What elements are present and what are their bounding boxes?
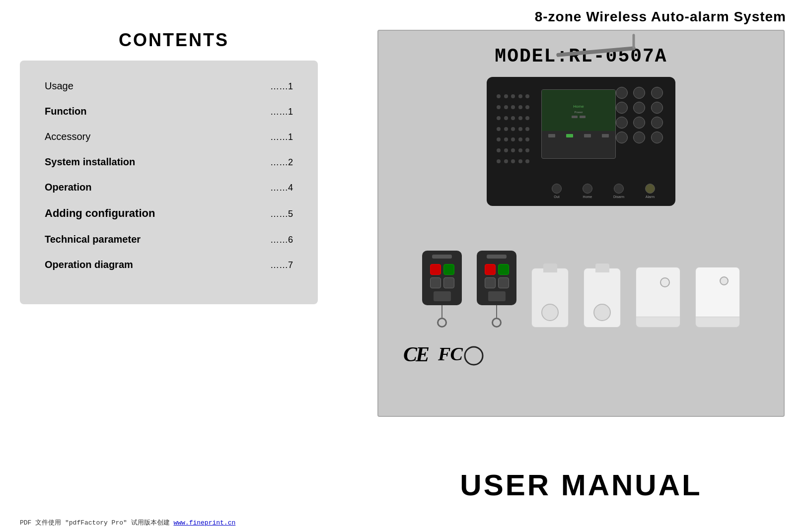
toc-label-operation: Operation <box>45 182 91 193</box>
toc-item-usage: Usage ……1 <box>45 80 293 92</box>
toc-item-accessory: Accessory ……1 <box>45 131 293 142</box>
door-sensor-1 <box>531 268 569 328</box>
toc-page-adding-config: ……5 <box>270 209 293 219</box>
toc-item-operation: Operation ……4 <box>45 182 293 193</box>
footer-text: PDF 文件使用 "pdfFactory Pro" 试用版本创建 <box>20 519 173 527</box>
display-screen: Home Power <box>541 89 616 159</box>
door-sensor-2 <box>584 268 621 328</box>
toc-page-tech-param: ……6 <box>270 235 293 245</box>
toc-page-op-diagram: ……7 <box>270 260 293 270</box>
user-manual-section: USER MANUAL <box>377 468 785 502</box>
toc-label-op-diagram: Operation diagram <box>45 259 133 270</box>
toc-item-function: Function ……1 <box>45 106 293 117</box>
toc-item-adding-config: Adding configuration ……5 <box>45 207 293 220</box>
user-manual-title: USER MANUAL <box>377 468 785 502</box>
bottom-buttons: Out Home Disarm Alarm <box>541 184 665 199</box>
contents-box: Usage ……1 Function ……1 Accessory ……1 Sys… <box>20 61 318 304</box>
toc-page-function: ……1 <box>270 107 293 117</box>
toc-item-op-diagram: Operation diagram ……7 <box>45 259 293 270</box>
toc-label-accessory: Accessory <box>45 131 90 142</box>
speaker-grille <box>494 92 534 171</box>
contents-heading: CONTENTS <box>20 30 328 51</box>
remote-control-2 <box>477 251 516 305</box>
certification-logos: CE FC <box>403 342 484 366</box>
toc-label-function: Function <box>45 106 86 117</box>
toc-item-system-install: System installation ……2 <box>45 156 293 168</box>
footer-link[interactable]: www.fineprint.cn <box>173 519 235 527</box>
toc-label-system-install: System installation <box>45 156 135 168</box>
page-title: 8-zone Wireless Auto-alarm System <box>535 9 786 25</box>
toc-label-adding-config: Adding configuration <box>45 207 155 220</box>
svg-point-0 <box>465 347 483 365</box>
toc-page-usage: ……1 <box>270 81 293 92</box>
toc-page-accessory: ……1 <box>270 132 293 142</box>
footer: PDF 文件使用 "pdfFactory Pro" 试用版本创建 www.fin… <box>0 518 806 527</box>
ce-logo: CE <box>403 342 428 366</box>
toc-item-tech-param: Technical parameter ……6 <box>45 234 293 245</box>
model-label: MODEL:RL-0507A <box>495 46 667 67</box>
toc-page-system-install: ……2 <box>270 157 293 168</box>
pir-sensor-1 <box>636 267 680 328</box>
accessories-row <box>412 241 750 328</box>
remote-control-1 <box>422 251 462 305</box>
pir-sensor-2 <box>695 267 740 328</box>
toc-label-tech-param: Technical parameter <box>45 234 141 245</box>
product-box: MODEL:RL-0507A Home P <box>377 30 785 417</box>
fc-logo: FC <box>438 343 484 366</box>
toc-label-usage: Usage <box>45 80 73 92</box>
keypad <box>616 87 665 176</box>
toc-page-operation: ……4 <box>270 183 293 193</box>
contents-section: CONTENTS Usage ……1 Function ……1 Accessor… <box>20 30 328 304</box>
main-unit: Home Power <box>487 77 675 206</box>
